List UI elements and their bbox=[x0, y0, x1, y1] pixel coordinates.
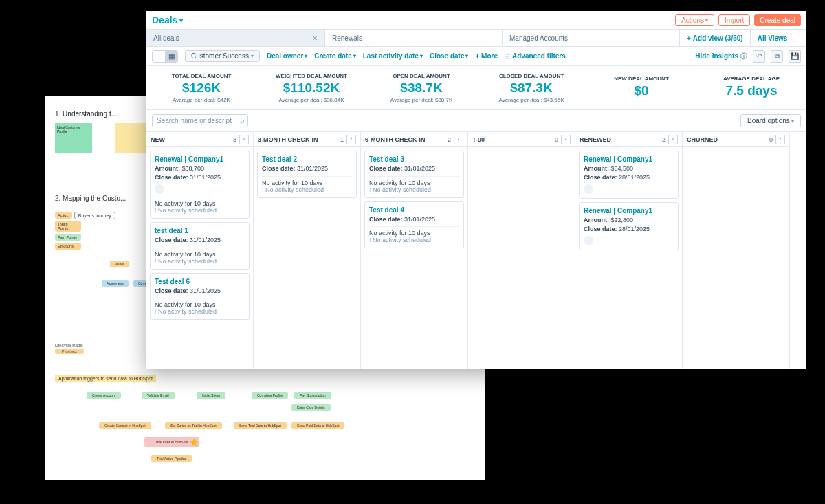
filter-last-activity[interactable]: Last activity date bbox=[363, 52, 423, 60]
board-view-button[interactable]: ▦ bbox=[165, 51, 177, 62]
bg-sticky-note: Ideal Customer Profile bbox=[55, 123, 92, 153]
insight-value: $38.7K bbox=[400, 80, 442, 96]
search-icon[interactable]: ⌕ bbox=[240, 116, 245, 124]
hide-insights-toggle[interactable]: Hide Insights bbox=[695, 52, 747, 61]
deal-card[interactable]: Renewal | Company1Amount: $38,700Close d… bbox=[150, 151, 250, 219]
pipeline-select[interactable]: Customer Success bbox=[185, 50, 260, 62]
tab-label: Renewals bbox=[332, 34, 362, 42]
advanced-filters-button[interactable]: Advanced filters bbox=[505, 52, 566, 60]
deal-title[interactable]: Test deal 4 bbox=[369, 206, 459, 214]
board-column: 6-MONTH CHECK-IN 2 ‹Test deal 3Close dat… bbox=[361, 132, 468, 369]
insight-label: CLOSED DEAL AMOUNT bbox=[499, 73, 564, 79]
deal-title[interactable]: Renewal | Company1 bbox=[584, 207, 674, 215]
deal-field: Close date: 28/01/2025 bbox=[584, 225, 674, 234]
list-view-button[interactable]: ☰ bbox=[153, 51, 165, 62]
deal-title[interactable]: Test deal 2 bbox=[262, 155, 352, 163]
insight-stat: OPEN DEAL AMOUNT $38.7K Average per deal… bbox=[366, 66, 476, 109]
deal-field: Amount: $64,500 bbox=[584, 164, 674, 173]
deal-field: Close date: 31/01/2025 bbox=[155, 236, 245, 245]
bg-flowchart: Create Account Validate Email Initial Se… bbox=[55, 389, 476, 472]
insight-label: WEIGHTED DEAL AMOUNT bbox=[276, 73, 347, 79]
bg-pill: Emotions bbox=[55, 243, 81, 250]
insights-strip: TOTAL DEAL AMOUNT $126K Average per deal… bbox=[146, 66, 806, 110]
column-count: 0 bbox=[769, 136, 773, 143]
object-picker[interactable]: Deals bbox=[152, 14, 183, 25]
filter-close-date[interactable]: Close date bbox=[430, 52, 469, 60]
insight-label: AVERAGE DEAL AGE bbox=[723, 76, 780, 82]
undo-icon[interactable]: ↶ bbox=[753, 50, 765, 63]
filter-deal-owner[interactable]: Deal owner bbox=[267, 52, 307, 60]
column-name: CHURNED bbox=[687, 136, 718, 143]
deals-panel: Deals Actions Import Create deal All dea… bbox=[146, 11, 806, 369]
tab-managed-accounts[interactable]: Managed Accounts bbox=[503, 30, 680, 46]
column-name: NEW bbox=[151, 136, 165, 143]
chevron-left-icon[interactable]: ‹ bbox=[668, 135, 678, 144]
deal-card[interactable]: test deal 1Close date: 31/01/2025No acti… bbox=[150, 222, 250, 270]
board-column: T-90 0 ‹ bbox=[468, 132, 575, 369]
insight-subtext: Average per deal: $43.65K bbox=[498, 97, 564, 103]
insight-stat: AVERAGE DEAL AGE 7.5 days bbox=[696, 66, 806, 109]
deal-card[interactable]: Test deal 6Close date: 31/01/2025No acti… bbox=[150, 273, 250, 320]
insight-value: $126K bbox=[182, 80, 221, 96]
tab-renewals[interactable]: Renewals bbox=[325, 30, 503, 46]
deal-field: Close date: 31/01/2025 bbox=[155, 287, 245, 296]
save-icon[interactable]: 💾 bbox=[789, 50, 801, 63]
insight-label: TOTAL DEAL AMOUNT bbox=[172, 73, 232, 79]
add-view-button[interactable]: Add view (3/50) bbox=[680, 30, 751, 46]
deal-activity: No activity for 10 days bbox=[155, 301, 245, 308]
deal-card[interactable]: Renewal | Company1Amount: $22,800Close d… bbox=[579, 202, 679, 250]
chevron-left-icon[interactable]: ‹ bbox=[776, 135, 785, 144]
actions-button[interactable]: Actions bbox=[675, 14, 714, 26]
insight-label: OPEN DEAL AMOUNT bbox=[393, 73, 450, 79]
star-icon: ★ bbox=[189, 436, 199, 449]
column-name: 3-MONTH CHECK-IN bbox=[258, 136, 318, 143]
deal-field: Close date: 31/01/2025 bbox=[155, 173, 245, 182]
insight-stat: CLOSED DEAL AMOUNT $87.3K Average per de… bbox=[476, 66, 586, 109]
insight-stat: TOTAL DEAL AMOUNT $126K Average per deal… bbox=[146, 66, 256, 109]
deal-title[interactable]: Renewal | Company1 bbox=[155, 155, 245, 163]
tab-all-deals[interactable]: All deals ✕ bbox=[146, 30, 325, 46]
create-deal-button[interactable]: Create deal bbox=[754, 14, 801, 26]
bg-pill: Actio... bbox=[55, 212, 72, 219]
deal-activity: No activity for 10 days bbox=[369, 179, 459, 186]
column-count: 1 bbox=[340, 136, 344, 143]
insight-value: $87.3K bbox=[510, 80, 552, 96]
column-count: 0 bbox=[555, 136, 558, 143]
import-button[interactable]: Import bbox=[718, 14, 750, 26]
deal-activity: No activity for 10 days bbox=[155, 251, 245, 258]
more-filters-button[interactable]: More bbox=[475, 52, 498, 60]
bg-flow-node: Visitor bbox=[110, 261, 129, 267]
bg-pill: Pain Points bbox=[55, 234, 81, 241]
deal-title[interactable]: Test deal 3 bbox=[369, 155, 459, 163]
all-views-link[interactable]: All Views bbox=[751, 30, 795, 46]
filter-create-date[interactable]: Create date bbox=[314, 52, 355, 60]
deal-field: Amount: $22,800 bbox=[584, 216, 674, 225]
board-options-button[interactable]: Board options bbox=[740, 114, 801, 127]
bg-pill: Touch Points bbox=[55, 221, 81, 232]
column-count: 2 bbox=[448, 136, 451, 143]
chevron-left-icon[interactable]: ‹ bbox=[346, 135, 356, 144]
deal-title[interactable]: test deal 1 bbox=[155, 227, 245, 234]
saved-view-tabs: All deals ✕ Renewals Managed Accounts Ad… bbox=[146, 29, 806, 47]
deal-card[interactable]: Test deal 2Close date: 31/01/2025No acti… bbox=[257, 151, 357, 198]
deal-activity: No activity for 10 days bbox=[262, 179, 352, 186]
bg-pill: Buyer's journey bbox=[74, 212, 116, 219]
search-input[interactable] bbox=[152, 114, 248, 127]
chevron-left-icon[interactable]: ‹ bbox=[454, 135, 463, 144]
deal-title[interactable]: Test deal 6 bbox=[155, 278, 245, 285]
deal-card[interactable]: Test deal 4Close date: 31/01/2025No acti… bbox=[364, 201, 464, 249]
deal-activity: No activity for 10 days bbox=[369, 230, 459, 237]
chevron-left-icon[interactable]: ‹ bbox=[561, 135, 571, 144]
copy-icon[interactable]: ⧉ bbox=[771, 50, 783, 63]
deal-field: Close date: 31/01/2025 bbox=[369, 164, 459, 173]
deal-schedule: No activity scheduled bbox=[155, 207, 245, 214]
close-icon[interactable]: ✕ bbox=[312, 34, 318, 42]
deal-card[interactable]: Test deal 3Close date: 31/01/2025No acti… bbox=[364, 151, 464, 198]
deal-card[interactable]: Renewal | Company1Amount: $64,500Close d… bbox=[579, 151, 679, 199]
chevron-left-icon[interactable]: ‹ bbox=[239, 135, 249, 144]
insight-stat: NEW DEAL AMOUNT $0 bbox=[586, 66, 696, 109]
tab-label: All deals bbox=[153, 34, 179, 42]
deal-title[interactable]: Renewal | Company1 bbox=[584, 155, 674, 163]
deal-schedule: No activity scheduled bbox=[369, 186, 459, 193]
deal-field: Amount: $38,700 bbox=[155, 164, 245, 173]
